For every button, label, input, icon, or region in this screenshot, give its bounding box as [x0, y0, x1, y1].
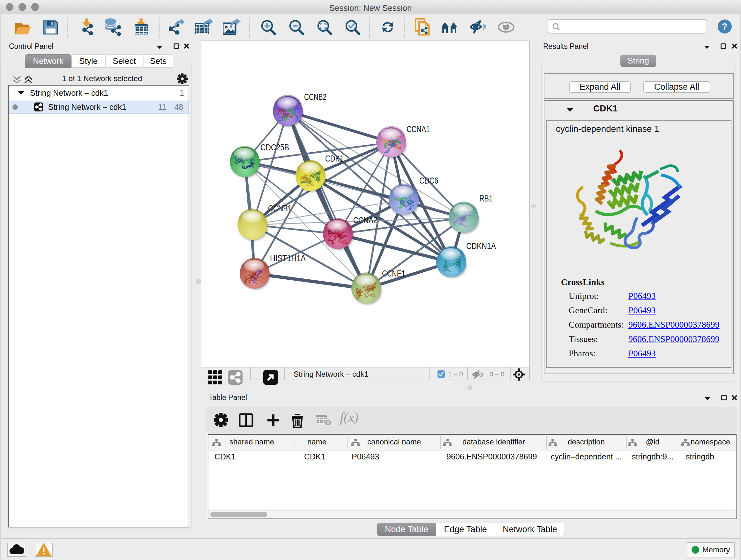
svg-text:HIST1H1A: HIST1H1A: [270, 253, 306, 263]
svg-text:CDC6: CDC6: [419, 176, 438, 186]
svg-text:RB1: RB1: [479, 193, 493, 203]
svg-text:CCNA2: CCNA2: [353, 215, 377, 225]
svg-text:CCNB1: CCNB1: [268, 203, 292, 213]
svg-text:CCNB2: CCNB2: [304, 92, 327, 102]
svg-text:?: ?: [722, 21, 728, 32]
svg-text:CCNA1: CCNA1: [407, 124, 430, 134]
svg-text:CCNE1: CCNE1: [382, 268, 405, 278]
svg-text:CDKN1A: CDKN1A: [466, 241, 496, 251]
svg-text:CDK1: CDK1: [325, 153, 344, 164]
svg-text:CDC25B: CDC25B: [260, 142, 289, 152]
